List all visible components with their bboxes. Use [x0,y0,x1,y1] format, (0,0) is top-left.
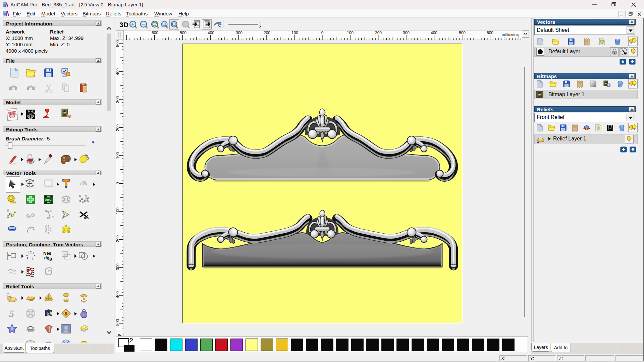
svg-text:100: 100 [347,31,354,35]
svg-text:500: 500 [459,31,466,35]
svg-text:0: 0 [116,182,120,184]
svg-text:-400: -400 [206,31,214,35]
svg-text:200: 200 [375,31,382,35]
svg-text:e: e [30,250,32,253]
svg-text:-600: -600 [150,31,158,35]
svg-text:-200: -200 [116,235,120,243]
svg-text:300: 300 [116,96,120,103]
svg-text:-500: -500 [116,319,120,327]
svg-text:ABC: ABC [45,198,52,201]
svg-text:-300: -300 [116,263,120,272]
svg-text:-100: -100 [116,207,120,216]
svg-text:500: 500 [116,40,120,47]
svg-text:-100: -100 [290,31,298,35]
svg-text:100: 100 [116,152,120,159]
svg-text:400: 400 [431,31,437,35]
svg-text:0: 0 [321,31,324,35]
svg-text:-500: -500 [178,31,186,35]
svg-text:x: x [32,251,35,254]
svg-text:-200: -200 [262,31,270,35]
svg-text:-400: -400 [116,291,120,299]
svg-text:S: S [9,308,14,319]
svg-text:t: t [33,255,36,257]
svg-text:400: 400 [116,68,120,75]
svg-text:millimetres: millimetres [502,33,520,37]
svg-text:-300: -300 [234,31,243,35]
svg-text:200: 200 [116,124,120,131]
svg-text:3D: 3D [119,21,128,28]
svg-text:ting: ting [44,255,53,261]
svg-text:300: 300 [403,31,410,35]
svg-text:600: 600 [487,31,493,35]
svg-text:o: o [25,254,28,256]
svg-text:b: b [47,311,49,316]
svg-text:a: a [32,258,34,260]
